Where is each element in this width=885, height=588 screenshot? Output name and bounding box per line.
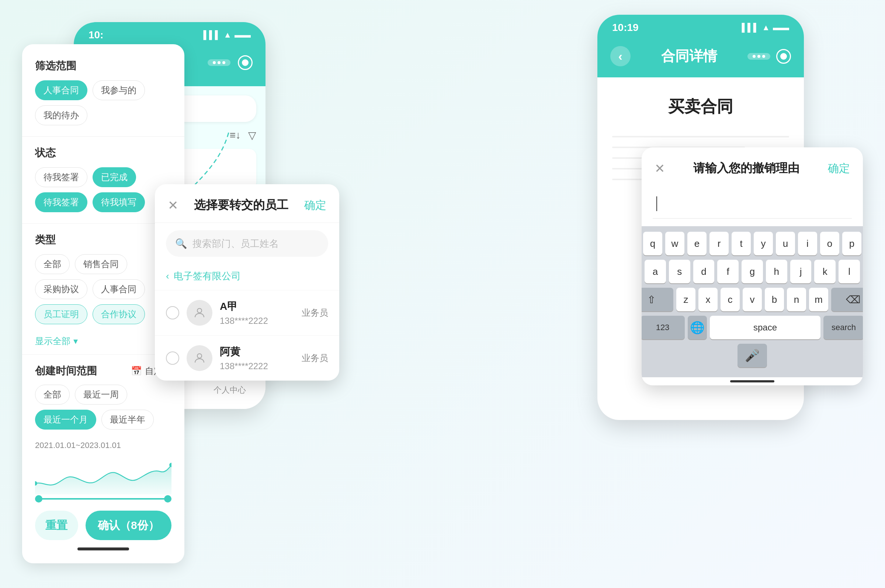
tag-my-todo[interactable]: 我的待办 <box>35 105 87 125</box>
modal-transfer-confirm[interactable]: 确定 <box>304 198 327 213</box>
filter-status-title: 状态 <box>35 146 172 160</box>
key-o[interactable]: o <box>820 232 839 255</box>
filter-type-tags: 全部 销售合同 采购协议 人事合同 员工证明 合作协议 <box>35 254 172 324</box>
modal-close-button[interactable]: ✕ <box>168 198 178 213</box>
radio-employee-1[interactable] <box>166 306 179 320</box>
key-d[interactable]: d <box>693 260 715 284</box>
keyboard-row-4: 123 🌐 space search <box>644 316 860 339</box>
employee-search-bar[interactable]: 🔍 搜索部门、员工姓名 <box>166 230 328 257</box>
record-button-2[interactable] <box>776 49 791 64</box>
show-all-row[interactable]: 显示全部 ▾ <box>35 335 172 347</box>
filter-status-tags: 待我签署 已完成 待我签署 待我填写 <box>35 167 172 212</box>
key-i[interactable]: i <box>798 232 817 255</box>
key-x[interactable]: x <box>698 288 718 311</box>
tag-all[interactable]: 全部 <box>35 254 70 274</box>
key-123[interactable]: 123 <box>642 316 685 339</box>
record-button[interactable] <box>238 55 253 70</box>
key-r[interactable]: r <box>709 232 728 255</box>
cancel-reason-input[interactable] <box>653 189 852 219</box>
key-q[interactable]: q <box>643 232 662 255</box>
more-dots-2[interactable] <box>748 53 770 60</box>
slider-dot-right[interactable] <box>164 495 172 502</box>
filter-scope-tags: 人事合同 我参与的 我的待办 <box>35 80 172 125</box>
confirm-button[interactable]: 确认（8份） <box>86 511 172 540</box>
employee-item-1[interactable]: A甲 138****2222 业务员 <box>155 290 339 335</box>
cancel-confirm-button[interactable]: 确定 <box>828 161 850 176</box>
filter-icon[interactable]: ▽ <box>248 129 256 141</box>
tag-time-halfyear[interactable]: 最近半年 <box>101 410 154 430</box>
phone2-status-bar: 10:19 ▌▌▌ ▲ ▬▬ <box>598 15 804 40</box>
tag-cooperation[interactable]: 合作协议 <box>93 304 145 324</box>
tag-participated[interactable]: 我参与的 <box>93 80 145 100</box>
calendar-icon: 📅 <box>131 366 142 376</box>
key-shift[interactable]: ⇧ <box>642 288 673 311</box>
employee-transfer-modal: ✕ 选择要转交的员工 确定 🔍 搜索部门、员工姓名 ‹ 电子签有限公司 A甲 1… <box>155 184 339 381</box>
chart-area <box>35 458 172 494</box>
tag-time-week[interactable]: 最近一周 <box>75 385 127 405</box>
phone2-title: 合同详情 <box>661 47 717 66</box>
key-s[interactable]: s <box>669 260 690 284</box>
tag-waiting-sign[interactable]: 待我签署 <box>35 167 87 187</box>
radio-employee-2[interactable] <box>166 351 179 365</box>
phone2-status-icons: ▌▌▌ ▲ ▬▬ <box>742 23 789 32</box>
key-search[interactable]: search <box>823 316 863 339</box>
svg-point-4 <box>197 308 202 313</box>
tag-time-month[interactable]: 最近一个月 <box>35 410 96 430</box>
search-icon-modal: 🔍 <box>175 238 187 249</box>
tag-personnel-contract[interactable]: 人事合同 <box>35 80 87 100</box>
key-m[interactable]: m <box>809 288 828 311</box>
key-z[interactable]: z <box>676 288 695 311</box>
key-y[interactable]: y <box>754 232 773 255</box>
key-k[interactable]: k <box>814 260 835 284</box>
sort-icon[interactable]: ≡↓ <box>230 129 241 141</box>
employee-search-placeholder: 搜索部门、员工姓名 <box>193 237 279 250</box>
key-backspace[interactable]: ⌫ <box>831 288 863 311</box>
tag-waiting-fill[interactable]: 待我填写 <box>93 192 145 212</box>
key-h[interactable]: h <box>766 260 787 284</box>
tag-hr[interactable]: 人事合同 <box>93 279 145 299</box>
tag-time-all[interactable]: 全部 <box>35 385 70 405</box>
key-p[interactable]: p <box>842 232 861 255</box>
tag-completed[interactable]: 已完成 <box>93 167 136 187</box>
key-g[interactable]: g <box>742 260 763 284</box>
keyboard-row-5: 🎤 <box>644 344 860 368</box>
tag-purchase[interactable]: 采购协议 <box>35 279 87 299</box>
key-n[interactable]: n <box>787 288 806 311</box>
key-c[interactable]: c <box>721 288 740 311</box>
filter-actions: 重置 确认（8份） <box>35 511 172 540</box>
chevron-down-icon: ▾ <box>74 336 78 346</box>
keyboard: q w e r t y u i o p a s d f g h j k l ⇧ … <box>642 226 863 377</box>
key-space[interactable]: space <box>710 316 820 339</box>
slider-bar[interactable] <box>35 498 172 500</box>
back-button[interactable]: ‹ <box>610 46 631 66</box>
tag-employee-cert[interactable]: 员工证明 <box>35 304 87 324</box>
key-e[interactable]: e <box>687 232 706 255</box>
more-dots[interactable] <box>208 59 230 66</box>
employee-item-2[interactable]: 阿黄 138****2222 业务员 <box>155 335 339 381</box>
key-l[interactable]: l <box>838 260 860 284</box>
phone2-header: ‹ 合同详情 <box>598 40 804 77</box>
filter-scope-title: 筛选范围 <box>35 59 172 73</box>
phone1-header-actions <box>208 55 253 70</box>
reset-button[interactable]: 重置 <box>35 511 78 540</box>
key-f[interactable]: f <box>717 260 739 284</box>
key-a[interactable]: a <box>644 260 666 284</box>
key-b[interactable]: b <box>765 288 784 311</box>
key-j[interactable]: j <box>790 260 811 284</box>
tag-sales[interactable]: 销售合同 <box>75 254 127 274</box>
key-t[interactable]: t <box>731 232 751 255</box>
employee-1-info: A甲 138****2222 <box>220 300 294 326</box>
company-row[interactable]: ‹ 电子签有限公司 <box>155 264 339 290</box>
contract-line-1 <box>612 136 789 137</box>
tag-waiting-sign-2[interactable]: 待我签署 <box>35 192 87 212</box>
cancel-close-button[interactable]: ✕ <box>655 161 665 176</box>
key-mic[interactable]: 🎤 <box>738 344 767 368</box>
key-emoji[interactable]: 🌐 <box>688 316 707 339</box>
key-u[interactable]: u <box>776 232 795 255</box>
key-w[interactable]: w <box>665 232 685 255</box>
key-v[interactable]: v <box>743 288 762 311</box>
keyboard-row-1: q w e r t y u i o p <box>644 232 860 255</box>
contract-title: 买卖合同 <box>612 96 789 117</box>
slider-dot-left[interactable] <box>35 495 42 502</box>
filter-time-title: 创建时间范围 <box>35 364 97 378</box>
